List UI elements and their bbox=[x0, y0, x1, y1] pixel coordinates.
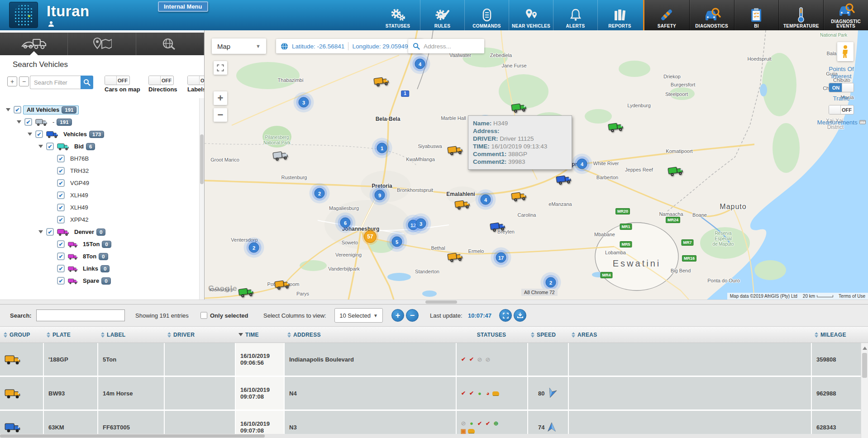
map-cluster[interactable]: 4 bbox=[577, 159, 587, 169]
only-selected-checkbox[interactable] bbox=[200, 312, 207, 319]
tree-item-links[interactable]: Links0 bbox=[0, 262, 199, 275]
nav-bi[interactable]: BI bbox=[734, 0, 779, 30]
vehicle-marker[interactable] bbox=[454, 198, 471, 212]
tree-item-xlh49[interactable]: XLH49 bbox=[0, 201, 199, 214]
map-cluster[interactable]: 1 bbox=[377, 143, 387, 153]
address-input[interactable] bbox=[424, 43, 473, 50]
tree-checkbox[interactable] bbox=[57, 179, 65, 187]
col-label[interactable]: LABEL bbox=[97, 332, 164, 338]
vehicle-marker[interactable] bbox=[510, 190, 528, 204]
vehicle-marker[interactable] bbox=[447, 143, 464, 158]
tree-item-8ton[interactable]: 8Ton0 bbox=[0, 250, 199, 262]
directions-toggle[interactable]: OFF bbox=[148, 76, 174, 85]
tree-item-trh32[interactable]: TRH32 bbox=[0, 165, 199, 177]
tree-checkbox[interactable] bbox=[57, 216, 65, 224]
vehicle-marker[interactable] bbox=[510, 101, 528, 115]
collapse-all-button[interactable]: − bbox=[19, 76, 29, 86]
map-cluster[interactable]: 2 bbox=[249, 243, 259, 253]
nav-commands[interactable]: COMMANDS bbox=[464, 0, 509, 30]
map-cluster[interactable]: 6 bbox=[340, 218, 351, 228]
col-time[interactable]: TIME bbox=[235, 332, 284, 338]
nav-near-vehicles[interactable]: NEAR VEHICLES bbox=[509, 0, 553, 30]
tree-checkbox[interactable] bbox=[57, 191, 65, 199]
tree-checkbox[interactable] bbox=[46, 143, 54, 150]
columns-select[interactable]: 10 Selected▼ bbox=[334, 308, 383, 323]
export-button[interactable] bbox=[514, 309, 526, 322]
vehicle-marker[interactable] bbox=[667, 164, 684, 179]
expand-arrow-icon[interactable] bbox=[37, 228, 44, 236]
tree-checkbox[interactable] bbox=[57, 155, 65, 162]
expand-arrow-icon[interactable] bbox=[5, 106, 12, 114]
tab-search-globe[interactable] bbox=[136, 33, 204, 55]
expand-arrow-icon[interactable] bbox=[37, 143, 44, 150]
vehicle-marker[interactable] bbox=[373, 75, 390, 89]
labels-toggle[interactable]: OFF bbox=[187, 76, 205, 85]
col-address[interactable]: ADDRESS bbox=[284, 332, 456, 338]
table-row[interactable]: BW93 14m Horse 16/10/2019 09:07:08 N4 80… bbox=[0, 377, 868, 409]
map-cluster[interactable]: 57 bbox=[364, 230, 377, 243]
map-horizontal-scrollbar[interactable] bbox=[0, 300, 868, 304]
map-cluster[interactable]: 3 bbox=[299, 97, 309, 108]
tree-checkbox[interactable] bbox=[57, 167, 65, 175]
tree-checkbox[interactable] bbox=[14, 106, 21, 114]
tree-item-xpp42[interactable]: XPP42 bbox=[0, 214, 199, 226]
vehicle-marker[interactable] bbox=[274, 278, 291, 292]
pegman-button[interactable] bbox=[837, 42, 854, 61]
map-cluster[interactable]: 3 bbox=[416, 219, 426, 229]
nav-rules[interactable]: RULES bbox=[420, 0, 464, 30]
nav-statuses[interactable]: STATUSES bbox=[376, 0, 420, 30]
tree-checkbox[interactable] bbox=[35, 130, 43, 138]
map-canvas[interactable]: Vaalwater Thabazimbi Zebediela Bela-Bela… bbox=[205, 30, 868, 300]
tab-vehicles[interactable] bbox=[0, 33, 68, 55]
vehicle-marker[interactable] bbox=[272, 149, 289, 163]
tree-checkbox[interactable] bbox=[57, 252, 65, 260]
zoom-in-button[interactable]: + bbox=[214, 91, 227, 105]
nav-temperature[interactable]: TEMPERATURE bbox=[778, 0, 823, 30]
tree-item-15ton[interactable]: 15Ton0 bbox=[0, 238, 199, 250]
tree-item-bid[interactable]: Bid6 bbox=[0, 140, 199, 152]
vehicle-marker[interactable] bbox=[607, 120, 625, 135]
measurements-link[interactable]: Measurements bbox=[816, 119, 866, 126]
fullscreen-button[interactable] bbox=[214, 61, 227, 75]
tree-item-vehicles[interactable]: Vehicles173 bbox=[0, 128, 199, 140]
expand-arrow-icon[interactable] bbox=[15, 118, 23, 126]
filter-search-button[interactable] bbox=[81, 76, 93, 89]
expand-arrow-icon[interactable] bbox=[26, 130, 33, 138]
table-scrollbar[interactable] bbox=[861, 343, 868, 438]
poi-toggle[interactable]: ON bbox=[829, 83, 854, 92]
tree-checkbox[interactable] bbox=[57, 277, 65, 285]
nav-diagnostics[interactable]: DIAGNOSTICS bbox=[689, 0, 734, 30]
map-cluster[interactable]: 5 bbox=[392, 237, 402, 247]
nav-diagnostic-events[interactable]: DIAGNOSTIC EVENTS bbox=[823, 0, 868, 30]
col-statuses[interactable]: STATUSES bbox=[456, 332, 527, 338]
tree-checkbox[interactable] bbox=[46, 228, 54, 236]
page-horizontal-scrollbar[interactable] bbox=[0, 434, 861, 438]
internal-menu-button[interactable]: Internal Menu bbox=[158, 1, 208, 12]
map-cluster[interactable]: 9 bbox=[375, 190, 385, 200]
cars-on-map-toggle[interactable]: OFF bbox=[105, 76, 130, 85]
sidebar-scrollbar[interactable] bbox=[199, 98, 204, 300]
col-plate[interactable]: PLATE bbox=[43, 332, 97, 338]
vehicle-marker[interactable] bbox=[555, 173, 572, 187]
col-mileage[interactable]: MILEAGE bbox=[811, 332, 861, 338]
map-cluster[interactable]: 2 bbox=[315, 188, 325, 199]
nav-reports[interactable]: REPORTS bbox=[597, 0, 642, 30]
user-icon[interactable] bbox=[48, 21, 54, 29]
map-cluster[interactable]: 4 bbox=[481, 195, 491, 205]
ituran-logo[interactable] bbox=[9, 2, 38, 28]
nav-alerts[interactable]: ALERTS bbox=[553, 0, 597, 30]
tree-item-denver[interactable]: Denver0 bbox=[0, 226, 199, 238]
vehicle-marker[interactable] bbox=[489, 220, 506, 234]
table-row[interactable]: '188GP 5Ton 16/10/2019 09:06:56 Indianap… bbox=[0, 343, 868, 376]
map-type-selector[interactable]: Map▼ bbox=[212, 38, 266, 54]
vehicle-marker[interactable] bbox=[238, 286, 255, 300]
tree-item-bh76b[interactable]: BH76B bbox=[0, 152, 199, 165]
tree-item-xlh49[interactable]: XLH49 bbox=[0, 189, 199, 201]
expand-table-button[interactable] bbox=[499, 309, 512, 322]
col-group[interactable]: GROUP bbox=[0, 332, 43, 338]
zoom-out-button[interactable]: − bbox=[214, 108, 227, 122]
add-column-button[interactable]: + bbox=[391, 309, 404, 322]
traffic-toggle[interactable]: OFF bbox=[829, 105, 854, 114]
address-search[interactable] bbox=[408, 39, 484, 53]
nav-safety[interactable]: SAFETY bbox=[644, 0, 689, 30]
